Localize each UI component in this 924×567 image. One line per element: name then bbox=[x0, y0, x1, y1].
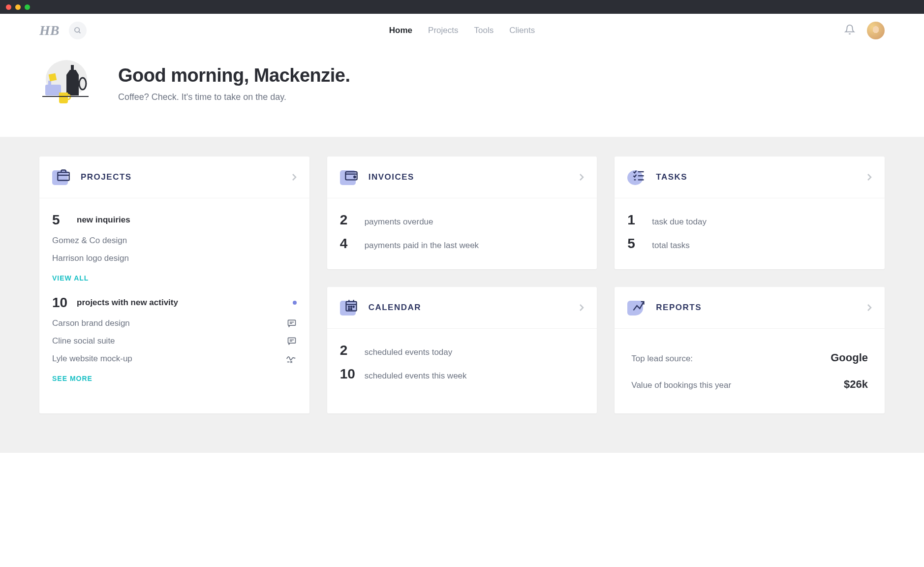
nav-home[interactable]: Home bbox=[389, 26, 412, 35]
invoices-header[interactable]: INVOICES bbox=[327, 157, 597, 198]
search-button[interactable] bbox=[69, 22, 87, 39]
activity-label: projects with new activity bbox=[77, 298, 285, 308]
projects-card: PROJECTS 5 new inquiries Gomez & Co desi… bbox=[39, 157, 309, 413]
svg-point-29 bbox=[350, 306, 351, 307]
task-stat[interactable]: 1 task due today bbox=[627, 208, 872, 232]
hero-illustration-icon bbox=[39, 59, 98, 108]
calendar-card: CALENDAR 2 scheduled events today 10 sch… bbox=[327, 287, 597, 413]
inquiry-item[interactable]: Gomez & Co design bbox=[52, 232, 297, 250]
task-stat[interactable]: 5 total tasks bbox=[627, 232, 872, 255]
svg-rect-5 bbox=[49, 73, 57, 82]
greeting-tagline: Coffee? Check. It's time to take on the … bbox=[118, 92, 350, 102]
greeting-title: Good morning, Mackenzie. bbox=[118, 65, 350, 86]
chevron-right-icon bbox=[579, 304, 584, 312]
logo[interactable]: HB bbox=[39, 23, 59, 38]
briefcase-icon bbox=[52, 167, 72, 187]
activity-summary[interactable]: 10 projects with new activity bbox=[52, 291, 297, 315]
svg-rect-14 bbox=[288, 338, 295, 343]
reports-title: REPORTS bbox=[656, 303, 858, 313]
chevron-right-icon bbox=[867, 304, 872, 312]
chevron-right-icon bbox=[867, 173, 872, 181]
hero: Good morning, Mackenzie. Coffee? Check. … bbox=[0, 49, 924, 137]
svg-point-0 bbox=[75, 28, 79, 32]
invoices-card: INVOICES 2 payments overdue 4 payments p… bbox=[327, 157, 597, 269]
activity-item[interactable]: Carson brand design bbox=[52, 315, 297, 332]
message-icon bbox=[287, 336, 297, 346]
window-close-button[interactable] bbox=[6, 4, 11, 10]
chevron-right-icon bbox=[579, 173, 584, 181]
svg-line-1 bbox=[79, 32, 80, 33]
tasks-header[interactable]: TASKS bbox=[615, 157, 885, 198]
svg-rect-3 bbox=[45, 85, 61, 95]
calendar-icon bbox=[340, 298, 360, 317]
projects-header[interactable]: PROJECTS bbox=[39, 157, 309, 198]
reports-chart-icon bbox=[627, 298, 647, 317]
svg-rect-11 bbox=[288, 320, 295, 325]
see-more-link[interactable]: SEE MORE bbox=[52, 368, 297, 384]
svg-point-32 bbox=[350, 309, 351, 310]
svg-point-30 bbox=[353, 306, 354, 307]
bell-icon bbox=[844, 24, 855, 35]
report-row[interactable]: Top lead source: Google bbox=[631, 345, 868, 371]
inquiry-item[interactable]: Harrison logo design bbox=[52, 250, 297, 267]
search-icon bbox=[74, 27, 82, 34]
view-all-link[interactable]: VIEW ALL bbox=[52, 267, 297, 284]
calendar-header[interactable]: CALENDAR bbox=[327, 287, 597, 329]
svg-rect-4 bbox=[48, 81, 51, 86]
nav-clients[interactable]: Clients bbox=[509, 26, 535, 35]
window-maximize-button[interactable] bbox=[25, 4, 30, 10]
calendar-stat[interactable]: 2 scheduled events today bbox=[340, 339, 585, 362]
tasks-title: TASKS bbox=[656, 172, 858, 182]
window-minimize-button[interactable] bbox=[15, 4, 21, 10]
invoice-stat[interactable]: 2 payments overdue bbox=[340, 208, 585, 232]
checklist-icon bbox=[627, 167, 647, 187]
avatar[interactable] bbox=[867, 22, 885, 39]
report-row[interactable]: Value of bookings this year $26k bbox=[631, 371, 868, 398]
calendar-title: CALENDAR bbox=[369, 303, 571, 313]
tasks-card: TASKS 1 task due today 5 total tasks bbox=[615, 157, 885, 269]
notifications-button[interactable] bbox=[844, 24, 855, 37]
signature-icon bbox=[286, 354, 297, 364]
activity-item[interactable]: Lyle website mock-up bbox=[52, 350, 297, 368]
svg-rect-6 bbox=[71, 65, 74, 71]
reports-header[interactable]: REPORTS bbox=[615, 287, 885, 329]
nav-projects[interactable]: Projects bbox=[428, 26, 458, 35]
calendar-stat[interactable]: 10 scheduled events this week bbox=[340, 362, 585, 386]
message-icon bbox=[287, 318, 297, 328]
inquiries-label: new inquiries bbox=[77, 215, 130, 225]
dashboard: PROJECTS 5 new inquiries Gomez & Co desi… bbox=[0, 137, 924, 453]
projects-title: PROJECTS bbox=[81, 172, 283, 182]
svg-rect-9 bbox=[58, 172, 69, 180]
nav-tools[interactable]: Tools bbox=[474, 26, 494, 35]
main-nav: Home Projects Tools Clients bbox=[389, 26, 535, 35]
svg-point-31 bbox=[348, 309, 349, 310]
activity-count: 10 bbox=[52, 295, 69, 311]
reports-card: REPORTS Top lead source: Google Value of… bbox=[615, 287, 885, 413]
topbar: HB Home Projects Tools Clients bbox=[0, 14, 924, 49]
invoices-title: INVOICES bbox=[369, 172, 571, 182]
activity-indicator-dot bbox=[293, 301, 297, 305]
svg-point-19 bbox=[354, 176, 356, 178]
inquiries-summary[interactable]: 5 new inquiries bbox=[52, 208, 297, 232]
window-chrome bbox=[0, 0, 924, 14]
inquiries-count: 5 bbox=[52, 212, 69, 228]
wallet-icon bbox=[340, 167, 360, 187]
invoice-stat[interactable]: 4 payments paid in the last week bbox=[340, 232, 585, 255]
activity-item[interactable]: Cline social suite bbox=[52, 332, 297, 350]
chevron-right-icon bbox=[292, 173, 297, 181]
svg-point-28 bbox=[348, 306, 349, 307]
